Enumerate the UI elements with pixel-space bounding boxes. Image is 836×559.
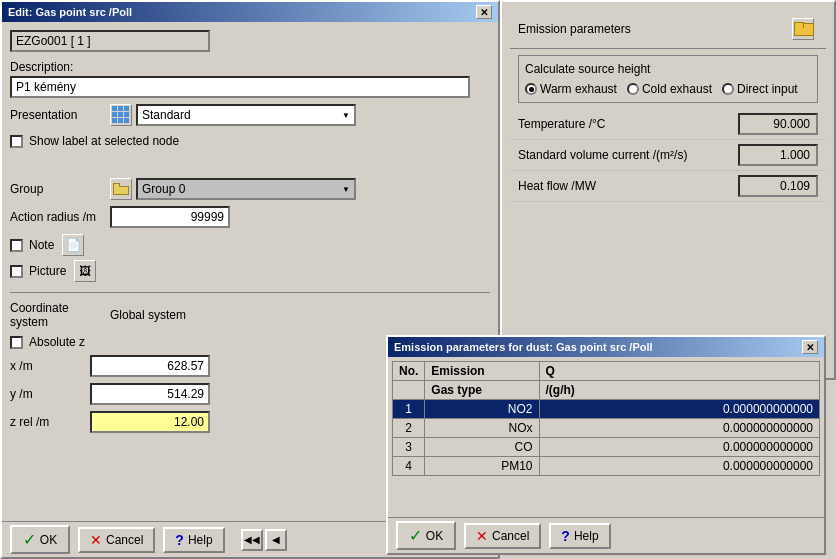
grid-icon bbox=[112, 106, 130, 124]
presentation-icon-btn[interactable] bbox=[110, 104, 132, 126]
main-cancel-button[interactable]: ✕ Cancel bbox=[78, 527, 155, 553]
emission-cancel-x-icon: ✕ bbox=[476, 528, 488, 544]
note-icon-btn[interactable]: 📄 bbox=[62, 234, 84, 256]
picture-checkbox[interactable] bbox=[10, 265, 23, 278]
main-ok-button[interactable]: ✓ OK bbox=[10, 525, 70, 554]
y-input[interactable] bbox=[90, 383, 210, 405]
main-dialog-titlebar: Edit: Gas point src /Poll ✕ bbox=[2, 2, 498, 22]
row4-emission: PM10 bbox=[425, 457, 539, 476]
absolute-z-label: Absolute z bbox=[29, 335, 85, 349]
note-label: Note bbox=[29, 238, 54, 252]
emission-cancel-button[interactable]: ✕ Cancel bbox=[464, 523, 541, 549]
main-help-label: Help bbox=[188, 533, 213, 547]
emission-cancel-label: Cancel bbox=[492, 529, 529, 543]
emission-folder-btn[interactable] bbox=[792, 18, 814, 40]
radio-direct[interactable]: Direct input bbox=[722, 82, 798, 96]
ok-check-icon: ✓ bbox=[23, 530, 36, 549]
heat-label: Heat flow /MW bbox=[518, 179, 596, 193]
action-radius-input[interactable] bbox=[110, 206, 230, 228]
row1-no: 1 bbox=[393, 400, 425, 419]
volume-value: 1.000 bbox=[738, 144, 818, 166]
picture-label: Picture bbox=[29, 264, 66, 278]
main-cancel-label: Cancel bbox=[106, 533, 143, 547]
emission-help-button[interactable]: ? Help bbox=[549, 523, 610, 549]
radio-cold-label: Cold exhaust bbox=[642, 82, 712, 96]
emission-params-title: Emission parameters bbox=[518, 22, 631, 36]
radio-cold[interactable]: Cold exhaust bbox=[627, 82, 712, 96]
group-icon-btn[interactable] bbox=[110, 178, 132, 200]
right-panel: Emission parameters Calculate source hei… bbox=[500, 0, 836, 380]
temperature-row: Temperature /°C 90.000 bbox=[510, 109, 826, 140]
col-unit-header: /(g/h) bbox=[539, 381, 819, 400]
radio-warm-label: Warm exhaust bbox=[540, 82, 617, 96]
col-gastype-header bbox=[393, 381, 425, 400]
radio-warm-dot bbox=[529, 87, 534, 92]
right-panel-body: Emission parameters Calculate source hei… bbox=[502, 2, 834, 210]
emission-table-container: No. Emission Q Gas type /(g/h) 1 NO2 bbox=[388, 357, 824, 516]
group-value: Group 0 bbox=[142, 182, 185, 196]
row2-no: 2 bbox=[393, 419, 425, 438]
z-rel-input[interactable] bbox=[90, 411, 210, 433]
volume-label: Standard volume current /(m²/s) bbox=[518, 148, 687, 162]
row3-q: 0.000000000000 bbox=[539, 438, 819, 457]
radio-row: Warm exhaust Cold exhaust Direct input bbox=[525, 82, 811, 96]
row2-emission: NOx bbox=[425, 419, 539, 438]
folder-icon bbox=[794, 22, 812, 36]
emission-ok-button[interactable]: ✓ OK bbox=[396, 521, 456, 550]
heat-row: Heat flow /MW 0.109 bbox=[510, 171, 826, 202]
emission-row-4: 4 PM10 0.000000000000 bbox=[393, 457, 820, 476]
row1-q-input[interactable] bbox=[546, 402, 813, 416]
nav-prev-button[interactable]: ◀ bbox=[265, 529, 287, 551]
row3-no: 3 bbox=[393, 438, 425, 457]
main-dialog-title: Edit: Gas point src /Poll bbox=[8, 6, 132, 18]
heat-value: 0.109 bbox=[738, 175, 818, 197]
source-height-group: Calculate source height Warm exhaust Col… bbox=[518, 55, 818, 103]
description-input[interactable] bbox=[10, 76, 470, 98]
show-label-checkbox[interactable] bbox=[10, 135, 23, 148]
coord-system-label: Coordinate system bbox=[10, 301, 90, 329]
emission-close-button[interactable]: ✕ bbox=[802, 340, 818, 354]
col-no-header: No. bbox=[393, 362, 425, 381]
help-q-icon: ? bbox=[175, 532, 184, 548]
emission-row-3: 3 CO 0.000000000000 bbox=[393, 438, 820, 457]
volume-row: Standard volume current /(m²/s) 1.000 bbox=[510, 140, 826, 171]
note-checkbox[interactable] bbox=[10, 239, 23, 252]
group-label: Group bbox=[10, 182, 110, 196]
radio-direct-label: Direct input bbox=[737, 82, 798, 96]
temp-label: Temperature /°C bbox=[518, 117, 606, 131]
ezgo-id-field: EZGo001 [ 1 ] bbox=[10, 30, 210, 52]
row1-emission: NO2 bbox=[425, 400, 539, 419]
absolute-z-checkbox[interactable] bbox=[10, 336, 23, 349]
radio-warm[interactable]: Warm exhaust bbox=[525, 82, 617, 96]
row1-q[interactable] bbox=[539, 400, 819, 419]
emission-ok-label: OK bbox=[426, 529, 443, 543]
group-dropdown[interactable]: Group 0 ▼ bbox=[136, 178, 356, 200]
emission-table: No. Emission Q Gas type /(g/h) 1 NO2 bbox=[392, 361, 820, 476]
main-help-button[interactable]: ? Help bbox=[163, 527, 224, 553]
nav-first-button[interactable]: ◀◀ bbox=[241, 529, 263, 551]
emission-dialog: Emission parameters for dust: Gas point … bbox=[386, 335, 826, 555]
emission-dialog-titlebar: Emission parameters for dust: Gas point … bbox=[388, 337, 824, 357]
presentation-label: Presentation bbox=[10, 108, 110, 122]
cancel-x-icon: ✕ bbox=[90, 532, 102, 548]
source-height-title: Calculate source height bbox=[525, 62, 811, 76]
emission-bottom-bar: ✓ OK ✕ Cancel ? Help bbox=[388, 517, 824, 553]
dropdown-arrow-icon: ▼ bbox=[342, 111, 350, 120]
col-gastype-label: Gas type bbox=[425, 381, 539, 400]
row4-no: 4 bbox=[393, 457, 425, 476]
emission-help-label: Help bbox=[574, 529, 599, 543]
emission-help-q-icon: ? bbox=[561, 528, 570, 544]
main-ok-label: OK bbox=[40, 533, 57, 547]
action-radius-label: Action radius /m bbox=[10, 210, 110, 224]
emission-ok-check-icon: ✓ bbox=[409, 526, 422, 545]
show-label-text: Show label at selected node bbox=[29, 134, 179, 148]
radio-warm-circle bbox=[525, 83, 537, 95]
radio-direct-circle bbox=[722, 83, 734, 95]
presentation-value: Standard bbox=[142, 108, 191, 122]
presentation-dropdown[interactable]: Standard ▼ bbox=[136, 104, 356, 126]
x-input[interactable] bbox=[90, 355, 210, 377]
row3-emission: CO bbox=[425, 438, 539, 457]
main-close-button[interactable]: ✕ bbox=[476, 5, 492, 19]
z-rel-label: z rel /m bbox=[10, 415, 90, 429]
picture-icon-btn[interactable]: 🖼 bbox=[74, 260, 96, 282]
